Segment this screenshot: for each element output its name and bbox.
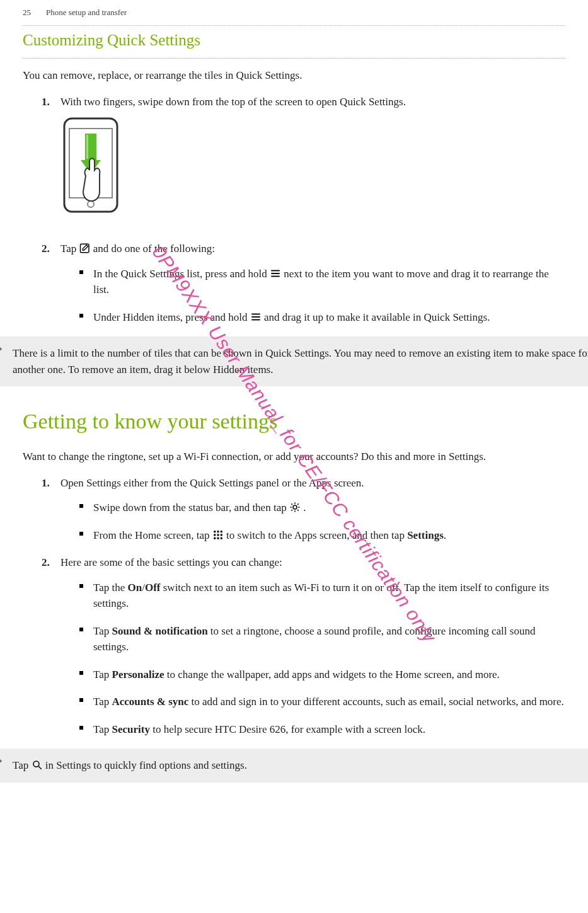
apps-grid-icon: [212, 529, 224, 541]
customizing-step-1: 1. With two fingers, swipe down from the…: [42, 94, 565, 230]
step-number: 2.: [42, 241, 50, 257]
customizing-bullet-1: In the Quick Settings list, press and ho…: [79, 266, 565, 298]
gesture-phone-icon: [61, 116, 142, 229]
svg-line-34: [38, 766, 42, 769]
section-title-customizing: Customizing Quick Settings: [23, 28, 565, 52]
s2b4-a: Tap: [93, 696, 112, 708]
svg-rect-5: [86, 135, 88, 159]
s2b1-d: Off: [145, 582, 161, 594]
customizing-step-2: 2. Tap and do one of the following: In t…: [42, 241, 565, 325]
settings-step-2: 2. Here are some of the basic settings y…: [42, 554, 565, 737]
s2b5-c: to help secure HTC Desire 626, for examp…: [150, 723, 425, 735]
svg-point-14: [293, 505, 297, 509]
s1b1-b: .: [303, 502, 306, 514]
bullet2-a: Under Hidden items, press and hold: [93, 311, 250, 323]
s2b3-c: to change the wallpaper, add apps and wi…: [164, 669, 500, 680]
note-limit-tiles: There is a limit to the number of tiles …: [0, 336, 588, 386]
svg-rect-31: [221, 537, 222, 539]
s2b5-a: Tap: [93, 723, 112, 735]
step2-text-a: Tap: [61, 243, 79, 255]
tip-a: Tap: [13, 759, 32, 771]
tip-search-settings: Tap in Settings to quickly find options …: [0, 749, 588, 783]
rule-above-title: [23, 25, 565, 26]
note-text: There is a limit to the number of tiles …: [13, 347, 588, 376]
svg-rect-23: [214, 531, 216, 532]
step2-text: Here are some of the basic settings you …: [61, 556, 282, 568]
settings-gear-icon: [289, 502, 301, 513]
step-text: With two fingers, swipe down from the to…: [61, 96, 406, 108]
settings-s1-bullet-1: Swipe down from the status bar, and then…: [79, 500, 565, 516]
bullet1-a: In the Quick Settings list, press and ho…: [93, 268, 270, 280]
settings-step-1: 1. Open Settings either from the Quick S…: [42, 475, 565, 544]
bullet2-b: and drag it up to make it available in Q…: [264, 311, 490, 323]
header-section: Phone setup and transfer: [46, 6, 127, 19]
page-header: 25 Phone setup and transfer: [0, 0, 588, 19]
s2b3-b: Personalize: [112, 669, 164, 680]
s2b1-e: switch next to an item such as Wi-Fi to …: [93, 582, 549, 610]
step-number: 1.: [42, 94, 50, 110]
svg-rect-26: [214, 534, 216, 536]
settings-s2-bullet-2: Tap Sound & notification to set a ringto…: [79, 623, 565, 655]
step1-text: Open Settings either from the Quick Sett…: [61, 477, 364, 489]
svg-rect-29: [214, 537, 216, 539]
drag-handle-icon: [270, 268, 281, 279]
pencil-icon: [0, 345, 4, 360]
customizing-intro: You can remove, replace, or rearrange th…: [23, 67, 565, 84]
svg-rect-27: [217, 534, 219, 536]
step2-text-b: and do one of the following:: [93, 243, 215, 255]
svg-line-20: [297, 510, 299, 511]
svg-point-33: [33, 761, 39, 767]
svg-rect-24: [217, 531, 219, 532]
page-number: 25: [23, 6, 31, 19]
s2b2-b: Sound & notification: [112, 625, 208, 637]
s1b2-b: to switch to the Apps screen, and then t…: [226, 529, 407, 541]
drag-handle-icon: [250, 311, 262, 323]
s2b5-b: Security: [112, 723, 150, 735]
settings-s2-bullet-4: Tap Accounts & sync to add and sign in t…: [79, 694, 565, 710]
heading-getting-to-know: Getting to know your settings: [23, 405, 565, 437]
pencil-icon: [0, 757, 4, 772]
s2b1-a: Tap the: [93, 582, 128, 594]
s2b4-c: to add and sign in to your different acc…: [188, 696, 563, 708]
s1b2-c: Settings: [407, 529, 444, 541]
search-icon: [32, 759, 43, 771]
step-number: 2.: [42, 554, 50, 571]
svg-rect-30: [217, 537, 219, 539]
s2b2-a: Tap: [93, 625, 112, 637]
s2b1-b: On: [128, 582, 142, 594]
svg-line-19: [291, 503, 292, 505]
s1b2-a: From the Home screen, tap: [93, 529, 212, 541]
settings-s2-bullet-5: Tap Security to help secure HTC Desire 6…: [79, 721, 565, 738]
s1b1-a: Swipe down from the status bar, and then…: [93, 502, 289, 514]
svg-line-22: [297, 503, 299, 505]
svg-rect-28: [221, 534, 222, 536]
customizing-bullet-2: Under Hidden items, press and hold and d…: [79, 309, 565, 326]
tip-b: in Settings to quickly find options and …: [45, 759, 247, 771]
settings-s2-bullet-1: Tap the On/Off switch next to an item su…: [79, 580, 565, 612]
svg-rect-6: [80, 244, 89, 253]
s1b2-d: .: [444, 529, 446, 541]
settings-s1-bullet-2: From the Home screen, tap to switch to t…: [79, 527, 565, 544]
svg-line-21: [291, 510, 292, 511]
svg-rect-25: [221, 531, 222, 532]
s2b3-a: Tap: [93, 669, 112, 680]
settings-intro: Want to change the ringtone, set up a Wi…: [23, 449, 565, 465]
settings-s2-bullet-3: Tap Personalize to change the wallpaper,…: [79, 667, 565, 683]
step-number: 1.: [42, 475, 50, 491]
s2b4-b: Accounts & sync: [112, 696, 189, 708]
two-finger-swipe-figure: [61, 116, 565, 229]
rule-below-title: [23, 58, 565, 59]
edit-pencil-icon: [79, 243, 91, 254]
